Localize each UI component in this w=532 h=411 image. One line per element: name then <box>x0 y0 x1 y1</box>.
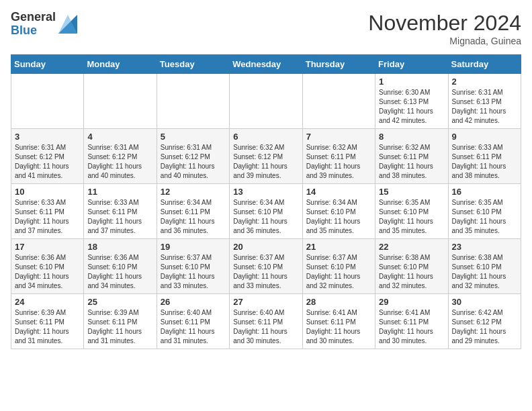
calendar-cell: 24Sunrise: 6:39 AM Sunset: 6:11 PM Dayli… <box>11 294 84 349</box>
calendar-cell: 30Sunrise: 6:42 AM Sunset: 6:12 PM Dayli… <box>448 294 521 349</box>
day-number: 3 <box>15 132 80 142</box>
calendar-cell: 8Sunrise: 6:32 AM Sunset: 6:11 PM Daylig… <box>375 129 448 184</box>
day-number: 4 <box>87 132 152 142</box>
calendar-table: SundayMondayTuesdayWednesdayThursdayFrid… <box>11 54 521 349</box>
week-row-1: 1Sunrise: 6:30 AM Sunset: 6:13 PM Daylig… <box>11 74 521 129</box>
calendar-cell: 29Sunrise: 6:41 AM Sunset: 6:11 PM Dayli… <box>375 294 448 349</box>
calendar-cell: 26Sunrise: 6:40 AM Sunset: 6:11 PM Dayli… <box>157 294 229 349</box>
day-info: Sunrise: 6:40 AM Sunset: 6:11 PM Dayligh… <box>233 308 298 346</box>
title-block: November 2024 Mignada, Guinea <box>368 11 521 46</box>
calendar-cell: 6Sunrise: 6:32 AM Sunset: 6:12 PM Daylig… <box>230 129 302 184</box>
page-header: General Blue November 2024 Mignada, Guin… <box>11 11 521 46</box>
day-info: Sunrise: 6:33 AM Sunset: 6:11 PM Dayligh… <box>15 198 80 236</box>
day-number: 29 <box>379 297 444 307</box>
day-info: Sunrise: 6:32 AM Sunset: 6:11 PM Dayligh… <box>306 143 371 181</box>
day-info: Sunrise: 6:32 AM Sunset: 6:12 PM Dayligh… <box>233 143 298 181</box>
day-info: Sunrise: 6:38 AM Sunset: 6:10 PM Dayligh… <box>452 253 517 291</box>
day-number: 1 <box>379 77 444 87</box>
day-number: 6 <box>233 132 298 142</box>
day-info: Sunrise: 6:30 AM Sunset: 6:13 PM Dayligh… <box>379 88 444 126</box>
day-number: 8 <box>379 132 444 142</box>
calendar-cell <box>84 74 157 129</box>
day-number: 17 <box>15 242 80 252</box>
calendar-cell: 28Sunrise: 6:41 AM Sunset: 6:11 PM Dayli… <box>302 294 375 349</box>
logo-icon <box>58 15 77 34</box>
logo-general: General <box>11 11 56 24</box>
day-number: 13 <box>233 187 298 197</box>
day-number: 25 <box>87 297 152 307</box>
weekday-header-monday: Monday <box>84 55 157 74</box>
day-info: Sunrise: 6:36 AM Sunset: 6:10 PM Dayligh… <box>87 253 152 291</box>
calendar-cell: 5Sunrise: 6:31 AM Sunset: 6:12 PM Daylig… <box>157 129 229 184</box>
calendar-cell: 7Sunrise: 6:32 AM Sunset: 6:11 PM Daylig… <box>302 129 375 184</box>
day-info: Sunrise: 6:34 AM Sunset: 6:10 PM Dayligh… <box>233 198 298 236</box>
day-number: 23 <box>452 242 517 252</box>
day-number: 22 <box>379 242 444 252</box>
day-info: Sunrise: 6:34 AM Sunset: 6:10 PM Dayligh… <box>306 198 371 236</box>
calendar-cell: 12Sunrise: 6:34 AM Sunset: 6:11 PM Dayli… <box>157 184 229 239</box>
weekday-header-thursday: Thursday <box>302 55 375 74</box>
day-info: Sunrise: 6:31 AM Sunset: 6:12 PM Dayligh… <box>161 143 226 181</box>
calendar-cell: 19Sunrise: 6:37 AM Sunset: 6:10 PM Dayli… <box>157 239 229 294</box>
calendar-cell <box>157 74 229 129</box>
weekday-header-row: SundayMondayTuesdayWednesdayThursdayFrid… <box>11 55 521 74</box>
week-row-5: 24Sunrise: 6:39 AM Sunset: 6:11 PM Dayli… <box>11 294 521 349</box>
day-info: Sunrise: 6:40 AM Sunset: 6:11 PM Dayligh… <box>161 308 226 346</box>
logo-text: General Blue <box>11 11 56 38</box>
calendar-cell: 3Sunrise: 6:31 AM Sunset: 6:12 PM Daylig… <box>11 129 84 184</box>
day-info: Sunrise: 6:39 AM Sunset: 6:11 PM Dayligh… <box>15 308 80 346</box>
calendar-cell: 4Sunrise: 6:31 AM Sunset: 6:12 PM Daylig… <box>84 129 157 184</box>
day-number: 24 <box>15 297 80 307</box>
location: Mignada, Guinea <box>368 36 521 46</box>
day-info: Sunrise: 6:33 AM Sunset: 6:11 PM Dayligh… <box>87 198 152 236</box>
day-number: 27 <box>233 297 298 307</box>
calendar-cell: 23Sunrise: 6:38 AM Sunset: 6:10 PM Dayli… <box>448 239 521 294</box>
calendar-cell: 11Sunrise: 6:33 AM Sunset: 6:11 PM Dayli… <box>84 184 157 239</box>
day-number: 2 <box>452 77 517 87</box>
day-info: Sunrise: 6:35 AM Sunset: 6:10 PM Dayligh… <box>379 198 444 236</box>
weekday-header-friday: Friday <box>375 55 448 74</box>
week-row-2: 3Sunrise: 6:31 AM Sunset: 6:12 PM Daylig… <box>11 129 521 184</box>
calendar-cell: 9Sunrise: 6:33 AM Sunset: 6:11 PM Daylig… <box>448 129 521 184</box>
week-row-4: 17Sunrise: 6:36 AM Sunset: 6:10 PM Dayli… <box>11 239 521 294</box>
calendar-cell: 22Sunrise: 6:38 AM Sunset: 6:10 PM Dayli… <box>375 239 448 294</box>
day-number: 9 <box>452 132 517 142</box>
week-row-3: 10Sunrise: 6:33 AM Sunset: 6:11 PM Dayli… <box>11 184 521 239</box>
day-number: 16 <box>452 187 517 197</box>
day-number: 11 <box>87 187 152 197</box>
weekday-header-wednesday: Wednesday <box>230 55 302 74</box>
weekday-header-saturday: Saturday <box>448 55 521 74</box>
calendar-cell: 2Sunrise: 6:31 AM Sunset: 6:13 PM Daylig… <box>448 74 521 129</box>
calendar-cell: 21Sunrise: 6:37 AM Sunset: 6:10 PM Dayli… <box>302 239 375 294</box>
day-info: Sunrise: 6:33 AM Sunset: 6:11 PM Dayligh… <box>452 143 517 181</box>
day-number: 18 <box>87 242 152 252</box>
day-number: 12 <box>161 187 226 197</box>
calendar-cell: 16Sunrise: 6:35 AM Sunset: 6:10 PM Dayli… <box>448 184 521 239</box>
day-info: Sunrise: 6:41 AM Sunset: 6:11 PM Dayligh… <box>306 308 371 346</box>
calendar-cell: 18Sunrise: 6:36 AM Sunset: 6:10 PM Dayli… <box>84 239 157 294</box>
day-info: Sunrise: 6:31 AM Sunset: 6:13 PM Dayligh… <box>452 88 517 126</box>
day-number: 7 <box>306 132 371 142</box>
day-number: 10 <box>15 187 80 197</box>
calendar-cell: 14Sunrise: 6:34 AM Sunset: 6:10 PM Dayli… <box>302 184 375 239</box>
day-number: 28 <box>306 297 371 307</box>
day-info: Sunrise: 6:31 AM Sunset: 6:12 PM Dayligh… <box>87 143 152 181</box>
day-number: 19 <box>161 242 226 252</box>
day-info: Sunrise: 6:38 AM Sunset: 6:10 PM Dayligh… <box>379 253 444 291</box>
calendar-cell <box>302 74 375 129</box>
day-info: Sunrise: 6:34 AM Sunset: 6:11 PM Dayligh… <box>161 198 226 236</box>
calendar-cell <box>230 74 302 129</box>
day-info: Sunrise: 6:42 AM Sunset: 6:12 PM Dayligh… <box>452 308 517 346</box>
calendar-cell: 17Sunrise: 6:36 AM Sunset: 6:10 PM Dayli… <box>11 239 84 294</box>
day-number: 30 <box>452 297 517 307</box>
day-number: 15 <box>379 187 444 197</box>
day-info: Sunrise: 6:37 AM Sunset: 6:10 PM Dayligh… <box>161 253 226 291</box>
calendar-cell: 10Sunrise: 6:33 AM Sunset: 6:11 PM Dayli… <box>11 184 84 239</box>
calendar-cell: 15Sunrise: 6:35 AM Sunset: 6:10 PM Dayli… <box>375 184 448 239</box>
calendar-cell: 13Sunrise: 6:34 AM Sunset: 6:10 PM Dayli… <box>230 184 302 239</box>
day-number: 20 <box>233 242 298 252</box>
day-info: Sunrise: 6:32 AM Sunset: 6:11 PM Dayligh… <box>379 143 444 181</box>
day-number: 26 <box>161 297 226 307</box>
day-info: Sunrise: 6:35 AM Sunset: 6:10 PM Dayligh… <box>452 198 517 236</box>
day-info: Sunrise: 6:41 AM Sunset: 6:11 PM Dayligh… <box>379 308 444 346</box>
